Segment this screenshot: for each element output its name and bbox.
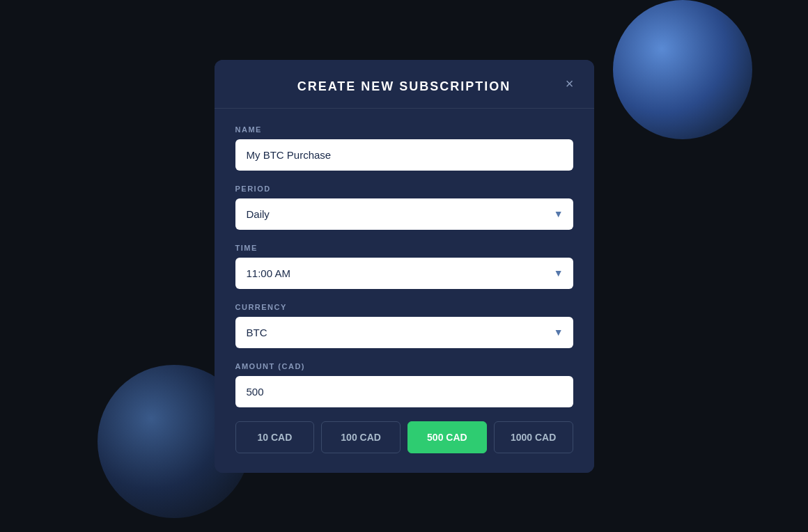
period-group: PERIOD Daily Weekly Monthly ▼	[235, 185, 573, 230]
name-group: NAME	[235, 125, 573, 171]
period-select-wrapper: Daily Weekly Monthly ▼	[235, 198, 573, 230]
amount-btn-100[interactable]: 100 CAD	[321, 421, 401, 453]
amount-buttons: 10 CAD 100 CAD 500 CAD 1000 CAD	[235, 421, 573, 453]
amount-input[interactable]	[235, 376, 573, 407]
name-label: NAME	[235, 125, 573, 134]
amount-label: AMOUNT (CAD)	[235, 362, 573, 370]
currency-group: CURRENCY BTC ETH LTC ▼	[235, 303, 573, 348]
close-button[interactable]: ×	[559, 73, 580, 94]
currency-select-wrapper: BTC ETH LTC ▼	[235, 317, 573, 348]
modal-header: CREATE NEW SUBSCRIPTION ×	[215, 60, 594, 109]
period-select[interactable]: Daily Weekly Monthly	[235, 198, 573, 230]
currency-label: CURRENCY	[235, 303, 573, 311]
modal-title: CREATE NEW SUBSCRIPTION	[297, 79, 511, 93]
amount-group: AMOUNT (CAD)	[235, 362, 573, 407]
modal: CREATE NEW SUBSCRIPTION × NAME PERIOD Da…	[215, 60, 594, 473]
name-input[interactable]	[235, 139, 573, 171]
amount-btn-500[interactable]: 500 CAD	[407, 421, 487, 453]
time-select-wrapper: 11:00 AM 12:00 PM 1:00 PM ▼	[235, 258, 573, 289]
period-label: PERIOD	[235, 185, 573, 193]
time-select[interactable]: 11:00 AM 12:00 PM 1:00 PM	[235, 258, 573, 289]
currency-select[interactable]: BTC ETH LTC	[235, 317, 573, 348]
modal-overlay: CREATE NEW SUBSCRIPTION × NAME PERIOD Da…	[0, 0, 808, 532]
time-group: TIME 11:00 AM 12:00 PM 1:00 PM ▼	[235, 244, 573, 289]
time-label: TIME	[235, 244, 573, 252]
amount-btn-10[interactable]: 10 CAD	[235, 421, 315, 453]
modal-body: NAME PERIOD Daily Weekly Monthly ▼ TIME	[215, 109, 594, 473]
amount-btn-1000[interactable]: 1000 CAD	[494, 421, 573, 453]
